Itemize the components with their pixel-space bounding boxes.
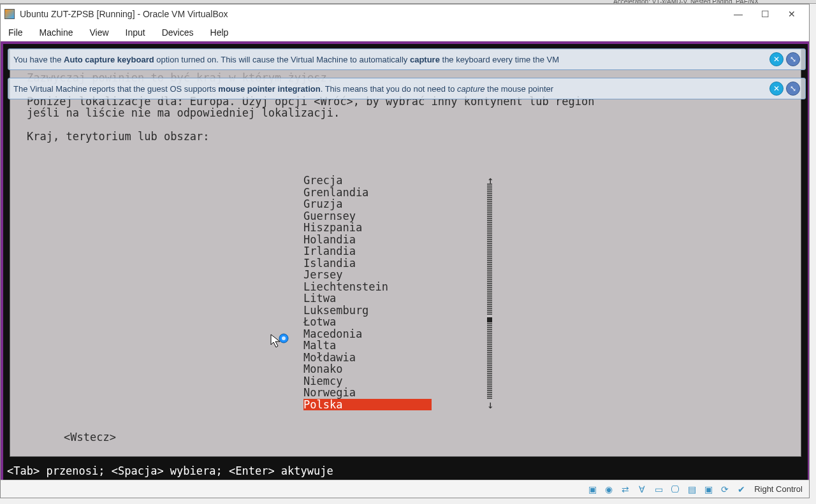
usb-icon[interactable]: ꓯ [636, 483, 648, 496]
country-item[interactable]: Luksemburg [303, 304, 368, 317]
notification-close-button[interactable]: ✕ [769, 52, 783, 66]
country-item[interactable]: Irlandia [303, 245, 356, 257]
minimize-button[interactable]: — [725, 6, 752, 22]
installer-line-2: jeśli na liście nie ma odpowiedniej loka… [27, 106, 340, 119]
notification-mouse-integration: The Virtual Machine reports that the gue… [8, 78, 806, 99]
hard-disk-icon[interactable]: ▣ [586, 483, 599, 496]
recording-icon[interactable]: ▣ [702, 483, 715, 496]
svg-marker-0 [271, 335, 280, 347]
country-item[interactable]: Grecja [303, 174, 342, 187]
country-item[interactable]: Jersey [303, 268, 342, 281]
network-icon[interactable]: ⇄ [619, 483, 632, 496]
country-item[interactable]: Liechtenstein [303, 280, 388, 293]
menu-input[interactable]: Input [123, 26, 148, 39]
titlebar[interactable]: Ubuntu ZUT-ZPSB [Running] - Oracle VM Vi… [1, 4, 809, 24]
scroll-down-arrow[interactable]: ↓ [487, 399, 493, 411]
notif-text: You have the [13, 55, 64, 64]
country-item[interactable]: Niemcy [303, 375, 342, 387]
notif-bold: Auto capture keyboard [64, 55, 154, 64]
menu-devices[interactable]: Devices [159, 26, 196, 39]
virtualbox-app-icon [4, 9, 15, 19]
country-item-selected[interactable]: Polska [303, 399, 432, 411]
optical-disk-icon[interactable]: ◉ [602, 483, 615, 496]
menu-view[interactable]: View [87, 26, 111, 39]
country-item[interactable]: Mołdawia [303, 351, 356, 364]
clipboard-icon[interactable]: ▤ [685, 483, 698, 496]
installer-prompt: Kraj, terytorium lub obszar: [27, 130, 210, 143]
menu-machine[interactable]: Machine [37, 26, 76, 39]
statusbar: ▣ ◉ ⇄ ꓯ ▭ 🖵 ▤ ▣ ⟳ ✔ Right Control [1, 480, 809, 498]
notification-close-button[interactable]: ✕ [769, 82, 783, 96]
close-button[interactable]: ✕ [778, 6, 805, 22]
mouse-integration-icon[interactable]: ✔ [735, 483, 748, 496]
vm-display-area[interactable]: Zazwyczaj powinien to być kraj w którym … [1, 41, 809, 480]
scrollbar-track[interactable] [487, 184, 492, 399]
country-item[interactable]: Malta [303, 339, 336, 352]
menu-help[interactable]: Help [208, 26, 231, 39]
country-item[interactable]: Hiszpania [303, 221, 362, 234]
installer-dialog: Zazwyczaj powinien to być kraj w którym … [10, 49, 801, 457]
country-item[interactable]: Guernsey [303, 210, 356, 222]
country-item[interactable]: Gruzja [303, 198, 342, 210]
notification-auto-capture: You have the Auto capture keyboard optio… [8, 48, 806, 70]
notification-suppress-button[interactable]: ⤡ [786, 52, 800, 66]
shared-folder-icon[interactable]: ▭ [652, 483, 665, 496]
country-item[interactable]: Litwa [303, 292, 336, 305]
country-list[interactable]: Grecja Grenlandia Gruzja Guernsey Hiszpa… [303, 175, 432, 410]
installer-help-bar: <Tab> przenosi; <Spacja> wybiera; <Enter… [3, 464, 808, 480]
country-item[interactable]: Islandia [303, 257, 356, 270]
notification-suppress-button[interactable]: ⤡ [786, 82, 800, 96]
menubar: File Machine View Input Devices Help [1, 24, 809, 41]
country-item[interactable]: Norwegia [303, 386, 356, 399]
window-title: Ubuntu ZUT-ZPSB [Running] - Oracle VM Vi… [20, 9, 725, 19]
back-button[interactable]: <Wstecz> [64, 431, 116, 443]
display-icon[interactable]: 🖵 [669, 483, 681, 496]
maximize-button[interactable]: ☐ [752, 6, 778, 22]
scrollbar-thumb[interactable] [487, 317, 492, 322]
mouse-cursor-busy-icon [271, 335, 284, 347]
svg-point-2 [282, 336, 286, 340]
country-item[interactable]: Holandia [303, 233, 356, 246]
country-item[interactable]: Macedonia [303, 328, 362, 340]
menu-file[interactable]: File [6, 26, 26, 39]
host-key-label: Right Control [754, 484, 803, 494]
vm-state-icon[interactable]: ⟳ [718, 483, 731, 496]
country-item[interactable]: Grenlandia [303, 186, 368, 199]
country-item[interactable]: Monako [303, 363, 342, 375]
country-item[interactable]: Łotwa [303, 315, 336, 328]
